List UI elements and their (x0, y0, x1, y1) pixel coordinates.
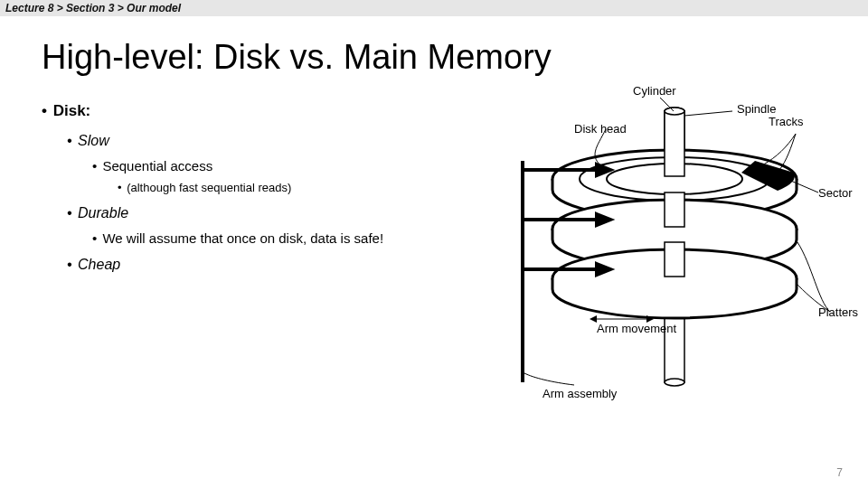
svg-rect-6 (665, 111, 684, 176)
label-tracks: Tracks (769, 115, 804, 128)
content-row: Disk: Slow Sequential access (although f… (0, 102, 868, 289)
label-armmove: Arm movement (597, 322, 676, 335)
bullet-safe: We will assume that once on disk, data i… (92, 230, 488, 246)
label-armasm: Arm assembly (542, 387, 617, 400)
svg-rect-9 (665, 192, 684, 227)
svg-point-7 (665, 108, 684, 115)
bullet-durable: Durable We will assume that once on disk… (67, 205, 488, 246)
svg-marker-24 (590, 315, 597, 323)
bullet-column: Disk: Slow Sequential access (although f… (0, 102, 488, 289)
bullet-sequential: Sequential access (although fast sequent… (92, 158, 488, 194)
disk-svg (488, 84, 850, 409)
label-sector: Sector (818, 186, 853, 200)
bullet-cheap: Cheap (67, 257, 488, 273)
svg-line-20 (684, 111, 732, 116)
disk-diagram: Cylinder Disk head Spindle Tracks Sector… (488, 102, 868, 289)
bullet-slow: Slow Sequential access (although fast se… (67, 133, 488, 194)
label-diskhead: Disk head (574, 122, 627, 136)
label-cylinder: Cylinder (633, 84, 676, 98)
label-spindle: Spindle (737, 102, 776, 116)
page-number: 7 (836, 466, 843, 479)
breadcrumb: Lecture 8 > Section 3 > Our model (0, 0, 868, 16)
bullet-disk: Disk: Slow Sequential access (although f… (42, 102, 488, 273)
svg-point-2 (665, 379, 684, 386)
page-title: High-level: Disk vs. Main Memory (42, 38, 868, 77)
svg-rect-11 (665, 242, 684, 277)
label-platters: Platters (818, 305, 858, 319)
bullet-fastseq: (although fast sequential reads) (118, 181, 488, 194)
